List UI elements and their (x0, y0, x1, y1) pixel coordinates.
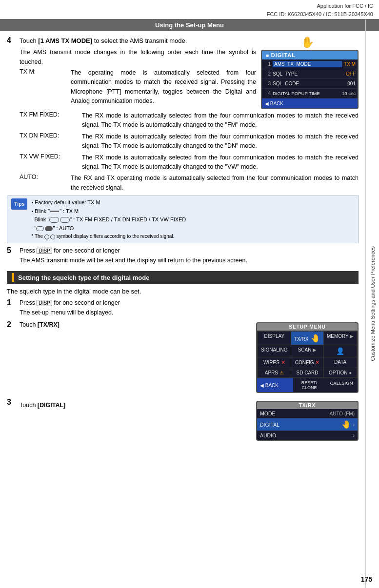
setup-cell-aprs: APRS ⚠ (258, 368, 291, 377)
txm-block: TX M: The operating mode is automaticall… (20, 68, 256, 106)
oval-icon2 (60, 217, 70, 223)
step2-lower-content: Touch [TX/RX] SETUP MENU DISPLAY TX/RX 🤚 (20, 320, 359, 393)
step5-text: Press DISP for one second or longer (20, 246, 359, 255)
step1-lower-text: Press DISP for one second or longer (20, 298, 359, 308)
step5-content: Press DISP for one second or longer The … (20, 246, 359, 265)
setup-cell-option: OPTION ● (324, 368, 357, 377)
sidebar: Customize Menu Settings and User Prefere… (365, 20, 379, 588)
hand-icon-txrx: 🤚 (341, 420, 351, 429)
setup-cell-sdcard: SD CARD (291, 368, 324, 377)
screen1: ■ DIGITAL 1 AMS TX MODE TX M 2 SQL TYPE … (261, 50, 359, 109)
hand-icon-1: 🤚 (301, 36, 314, 49)
setup-grid: DISPLAY TX/RX 🤚 MEMORY ▶ SIGNALING SCAN … (257, 331, 358, 378)
txvw-label: TX VW FIXED: (20, 153, 82, 172)
screen1-row1: 1 AMS TX MODE TX M (262, 59, 358, 69)
step3-bold: [DIGITAL] (38, 402, 65, 409)
setup-cell-config: CONFIG ✕ (291, 357, 324, 368)
header-line1: Application for FCC / IC (0, 2, 373, 10)
tips-line2: • Blink "" : TX M (31, 207, 186, 216)
step4-content: Touch [1 AMS TX MODE] to select the AMS … (20, 36, 359, 193)
page-header: Application for FCC / IC FCC ID: K662034… (0, 0, 379, 19)
main-content: 4 Touch [1 AMS TX MODE] to select the AM… (0, 36, 365, 441)
setup-cell-txrx: TX/RX 🤚 (291, 332, 324, 345)
txdn-text: The RX mode is automatically selected fr… (82, 132, 359, 151)
setup-cell-scan: SCAN ▶ (291, 345, 324, 357)
step4-row: 4 Touch [1 AMS TX MODE] to select the AM… (7, 36, 359, 193)
setup-menu-screen: SETUP MENU DISPLAY TX/RX 🤚 MEMORY ▶ SIGN… (256, 322, 359, 393)
dash-icon (50, 211, 59, 212)
txrx-row-mode: MODE AUTO (FM) (257, 409, 358, 418)
txm-label: TX M: (20, 68, 71, 106)
txrx-screen: TX/RX MODE AUTO (FM) DIGITAL 🤚 › AUDIO (256, 401, 359, 441)
title-bar: Using the Set-up Menu (0, 19, 379, 31)
txvw-text: The RX mode is automatically selected fr… (82, 153, 359, 172)
circle1 (44, 235, 49, 239)
screen1-title: ■ DIGITAL (262, 51, 358, 59)
step2-lower-text: Touch [TX/RX] (20, 320, 251, 330)
setup-reset: RESET/CLONE (293, 378, 325, 392)
hand-icon-setup: 🤚 (311, 334, 320, 342)
screen1-row2: 2 SQL TYPE OFF (262, 69, 358, 79)
step5-para: The AMS transmit mode will be set and th… (20, 256, 359, 265)
tips-label: Tips (11, 198, 27, 210)
step1-lower-para: The set-up menu will be displayed. (20, 308, 359, 317)
step3-lower-text: Touch [DIGITAL] (20, 401, 251, 410)
disp-icon-1lower: DISP (37, 300, 52, 306)
header-line2: FCC ID: K6620345X40 / IC: 511B-20345X40 (0, 10, 373, 19)
tips-line5: * The symbol display differs according t… (31, 233, 186, 240)
step2-lower-row: 2 Touch [TX/RX] SETUP MENU DISPLAY TX (7, 320, 359, 393)
circle2 (50, 235, 55, 239)
section-intro: The squelch type in the digital mode can… (7, 287, 359, 296)
screen1-row3: 3 SQL CODE 001 (262, 79, 358, 89)
setup-menu-container: SETUP MENU DISPLAY TX/RX 🤚 MEMORY ▶ SIGN… (256, 322, 359, 393)
setup-back: ◀ BACK (257, 378, 293, 392)
page-number: 175 (361, 575, 372, 583)
tips-section: Tips • Factory default value: TX M • Bli… (7, 196, 359, 243)
setup-cell-memory: MEMORY ▶ (324, 332, 357, 345)
txvw-block: TX VW FIXED: The RX mode is automaticall… (20, 153, 359, 172)
oval-filled2 (45, 226, 53, 231)
txrx-title: TX/RX (257, 402, 358, 409)
step1-lower-row: 1 Press DISP for one second or longer Th… (7, 298, 359, 317)
txfm-text: The RX mode is automatically selected fr… (82, 111, 359, 130)
tips-line3: Blink "" : TX FM FIXED / TX DN FIXED / T… (31, 216, 186, 224)
setup-footer: ◀ BACK RESET/CLONE CALLSIGN (257, 378, 358, 392)
setup-cell-display: DISPLAY (258, 332, 291, 345)
setup-callsign: CALLSIGN (325, 378, 358, 392)
setup-cell-data: DATA (324, 357, 357, 368)
auto-label: AUTO: (20, 174, 71, 193)
step2-bold: [TX/RX] (38, 321, 60, 328)
screen1-back: ◀ BACK (262, 98, 358, 108)
step5-row: 5 Press DISP for one second or longer Th… (7, 246, 359, 265)
txrx-row-audio: AUDIO › (257, 431, 358, 440)
txdn-block: TX DN FIXED: The RX mode is automaticall… (20, 132, 359, 151)
tips-line1: • Factory default value: TX M (31, 198, 186, 207)
step3-lower-content: Touch [DIGITAL] TX/RX MODE AUTO (FM) DIG… (20, 398, 359, 441)
tips-line4: "" : AUTO (31, 224, 186, 233)
step3-lower-row: 3 Touch [DIGITAL] TX/RX MODE AUTO (FM) (7, 398, 359, 441)
tips-inline: Tips • Factory default value: TX M • Bli… (11, 198, 354, 240)
step1-lower-num: 1 (7, 298, 17, 307)
setup-title: SETUP MENU (257, 323, 358, 331)
txfm-label: TX FM FIXED: (20, 111, 82, 130)
oval-icon (49, 217, 59, 223)
txfm-block: TX FM FIXED: The RX mode is automaticall… (20, 111, 359, 130)
txrx-row-digital: DIGITAL 🤚 › (257, 418, 358, 431)
setup-cell-signaling: SIGNALING (258, 345, 291, 357)
step4-num: 4 (7, 36, 17, 45)
oval-filled1 (36, 226, 44, 231)
step3-lower-num: 3 (7, 398, 17, 407)
step5-num: 5 (7, 246, 17, 255)
step2-lower-num: 2 (7, 320, 17, 329)
setup-cell-person: 👤 (324, 345, 357, 357)
step4-bold: [1 AMS TX MODE] (38, 37, 92, 44)
step1-lower-content: Press DISP for one second or longer The … (20, 298, 359, 317)
txrx-screen-container: TX/RX MODE AUTO (FM) DIGITAL 🤚 › AUDIO (256, 401, 359, 441)
txm-text: The operating mode is automatically sele… (71, 68, 256, 106)
screen1-row4: 4 DIGITAL POPUP TIME 10 sec (262, 89, 358, 98)
tips-content: • Factory default value: TX M • Blink ""… (31, 198, 186, 240)
step4-line1: Touch [1 AMS TX MODE] to select the AMS … (20, 36, 256, 46)
step4-para1: The AMS transmit mode changes in the fol… (20, 48, 256, 67)
section-heading: Setting the squelch type of the digital … (7, 271, 359, 284)
auto-text: The RX and TX operating mode is automati… (71, 174, 359, 193)
